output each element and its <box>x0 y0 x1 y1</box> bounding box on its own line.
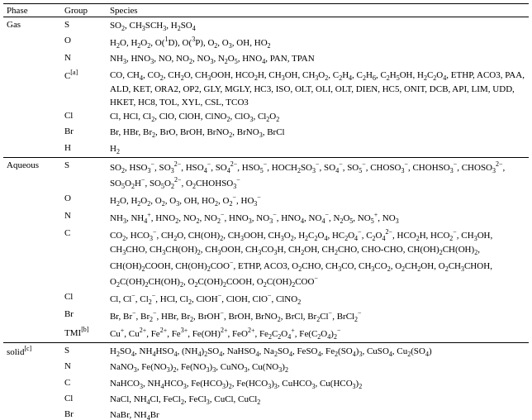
table-row: TMI[b]Cu+, Cu2+, Fe2+, Fe3+, Fe(OH)2+, F… <box>3 325 529 343</box>
species-cell: CO2, HCO3−, CH2O, CH(OH)2, CH3OOH, CH3O2… <box>107 227 529 289</box>
phase-cell <box>3 51 61 67</box>
phase-cell <box>3 34 61 51</box>
species-cell: Br, Br−, Br2−, HBr, Br2, BrOH−, BrOH, Br… <box>107 308 529 325</box>
group-cell: C <box>61 227 107 289</box>
group-cell: N <box>61 209 107 227</box>
phase-cell <box>3 408 61 420</box>
header-phase: Phase <box>3 4 61 17</box>
phase-cell: solid[c] <box>3 342 61 360</box>
table-row: ClCl, HCl, Cl2, ClO, ClOH, ClNO2, ClO3, … <box>3 109 529 125</box>
group-cell: TMI[b] <box>61 325 107 343</box>
table-row: solid[c]SH2SO4, NH4HSO4, (NH4)2SO4, NaHS… <box>3 342 529 360</box>
group-cell: Cl <box>61 290 107 308</box>
group-cell: Cl <box>61 109 107 125</box>
phase-cell <box>3 290 61 308</box>
species-cell: Cl, Cl−, Cl2−, HCl, Cl2, ClOH−, ClOH, Cl… <box>107 290 529 308</box>
group-cell: Cl <box>61 392 107 408</box>
species-cell: NaNO3, Fe(NO3)2, Fe(NO3)3, CuNO3, Cu(NO3… <box>107 360 529 375</box>
group-cell: N <box>61 51 107 67</box>
phase-cell <box>3 125 61 141</box>
species-cell: SO2, CH3SCH3, H2SO4 <box>107 17 529 35</box>
species-cell: Cl, HCl, Cl2, ClO, ClOH, ClNO2, ClO3, Cl… <box>107 109 529 125</box>
species-cell: H2O, H2O2, O(1D), O(3P), O2, O3, OH, HO2 <box>107 34 529 51</box>
group-cell: H <box>61 141 107 158</box>
phase-cell: Aqueous <box>3 158 61 193</box>
table-row: ClNaCl, NH4Cl, FeCl2, FeCl3, CuCl, CuCl2 <box>3 392 529 408</box>
phase-cell <box>3 209 61 227</box>
header-group: Group <box>61 4 107 17</box>
species-cell: H2 <box>107 141 529 158</box>
table-row: NNH3, NH4+, HNO2, NO2, NO2−, HNO3, NO3−,… <box>3 209 529 227</box>
table-row: CNaHCO3, NH4HCO3, Fe(HCO3)2, Fe(HCO3)3, … <box>3 376 529 392</box>
table-row: BrBr, Br−, Br2−, HBr, Br2, BrOH−, BrOH, … <box>3 308 529 325</box>
table-row: C[a]CO, CH4, CO2, CH2O, CH3OOH, HCO2H, C… <box>3 68 529 109</box>
table-row: OH2O, H2O2, O2, O3, OH, HO2, O2−, HO3− <box>3 192 529 209</box>
header-species: Species <box>107 4 529 17</box>
group-cell: C[a] <box>61 68 107 109</box>
species-cell: H2SO4, NH4HSO4, (NH4)2SO4, NaHSO4, Na2SO… <box>107 342 529 360</box>
group-cell: N <box>61 360 107 375</box>
species-cell: NH3, HNO3, NO, NO2, NO3, N2O5, HNO4, PAN… <box>107 51 529 67</box>
species-cell: NaCl, NH4Cl, FeCl2, FeCl3, CuCl, CuCl2 <box>107 392 529 408</box>
species-cell: SO2, HSO3−, SO32−, HSO4−, SO42−, HSO5−, … <box>107 158 529 193</box>
species-cell: CO, CH4, CO2, CH2O, CH3OOH, HCO2H, CH3OH… <box>107 68 529 109</box>
table-row: NNaNO3, Fe(NO3)2, Fe(NO3)3, CuNO3, Cu(NO… <box>3 360 529 375</box>
table-row: HH2 <box>3 141 529 158</box>
phase-cell <box>3 141 61 158</box>
table-row: BrBr, HBr, Br2, BrO, BrOH, BrNO2, BrNO3,… <box>3 125 529 141</box>
group-cell: Br <box>61 408 107 420</box>
group-cell: Br <box>61 308 107 325</box>
group-cell: O <box>61 192 107 209</box>
phase-cell <box>3 68 61 109</box>
group-cell: S <box>61 158 107 193</box>
phase-cell: Gas <box>3 17 61 35</box>
species-cell: Cu+, Cu2+, Fe2+, Fe3+, Fe(OH)2+, FeO2+, … <box>107 325 529 343</box>
species-cell: NH3, NH4+, HNO2, NO2, NO2−, HNO3, NO3−, … <box>107 209 529 227</box>
species-cell: H2O, H2O2, O2, O3, OH, HO2, O2−, HO3− <box>107 192 529 209</box>
phase-cell <box>3 227 61 289</box>
phase-cell <box>3 325 61 343</box>
table-row: GasSSO2, CH3SCH3, H2SO4 <box>3 17 529 35</box>
group-cell: S <box>61 342 107 360</box>
phase-cell <box>3 192 61 209</box>
phase-cell <box>3 392 61 408</box>
table-row: BrNaBr, NH4Br <box>3 408 529 420</box>
table-row: OH2O, H2O2, O(1D), O(3P), O2, O3, OH, HO… <box>3 34 529 51</box>
group-cell: S <box>61 17 107 35</box>
species-cell: NaHCO3, NH4HCO3, Fe(HCO3)2, Fe(HCO3)3, C… <box>107 376 529 392</box>
chemical-species-table: Phase Group Species GasSSO2, CH3SCH3, H2… <box>3 3 529 420</box>
table-row: AqueousSSO2, HSO3−, SO32−, HSO4−, SO42−,… <box>3 158 529 193</box>
phase-cell <box>3 109 61 125</box>
species-cell: Br, HBr, Br2, BrO, BrOH, BrNO2, BrNO3, B… <box>107 125 529 141</box>
group-cell: O <box>61 34 107 51</box>
group-cell: Br <box>61 125 107 141</box>
table-row: NNH3, HNO3, NO, NO2, NO3, N2O5, HNO4, PA… <box>3 51 529 67</box>
table-row: CCO2, HCO3−, CH2O, CH(OH)2, CH3OOH, CH3O… <box>3 227 529 289</box>
group-cell: C <box>61 376 107 392</box>
phase-cell <box>3 360 61 375</box>
table-row: ClCl, Cl−, Cl2−, HCl, Cl2, ClOH−, ClOH, … <box>3 290 529 308</box>
species-cell: NaBr, NH4Br <box>107 408 529 420</box>
phase-cell <box>3 376 61 392</box>
phase-cell <box>3 308 61 325</box>
